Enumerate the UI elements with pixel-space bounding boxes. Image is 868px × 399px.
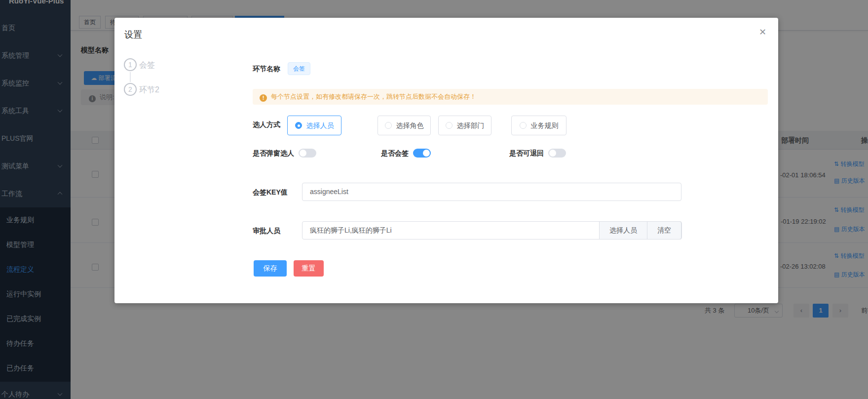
returnable-label: 是否可退回 [509, 149, 544, 158]
step-1-circle[interactable]: 1 [124, 58, 137, 71]
countersign-key-input[interactable]: assigneeList [302, 183, 681, 201]
warning-icon: ! [260, 94, 267, 102]
countersign-switch[interactable] [413, 149, 431, 158]
radio-icon [385, 122, 392, 129]
step-connector [130, 72, 131, 82]
reset-button[interactable]: 重置 [294, 260, 324, 277]
approver-label: 审批人员 [253, 227, 280, 236]
radio-business-rule[interactable]: 业务规则 [511, 116, 566, 135]
step-2-circle[interactable]: 2 [124, 83, 137, 96]
dialog-title: 设置 [124, 29, 142, 40]
popup-select-switch[interactable] [299, 149, 316, 158]
node-name-label: 环节名称 [253, 65, 280, 74]
radio-icon [520, 122, 527, 129]
clear-button[interactable]: 清空 [647, 222, 681, 239]
countersign-key-label: 会签KEY值 [253, 188, 288, 197]
select-person-button[interactable]: 选择人员 [600, 222, 647, 239]
returnable-switch[interactable] [548, 149, 566, 158]
approver-input-append: 选择人员 清空 [599, 221, 681, 239]
step-2-label[interactable]: 环节2 [139, 85, 159, 95]
warning-alert: !每个节点设置，如有修改都请保存一次，跳转节点后数据不会自动保存！ [253, 89, 768, 105]
radio-icon [295, 122, 302, 129]
select-mode-label: 选人方式 [253, 120, 280, 129]
radio-select-person[interactable]: 选择人员 [287, 116, 341, 135]
save-button[interactable]: 保存 [254, 260, 287, 277]
radio-select-dept[interactable]: 选择部门 [438, 116, 491, 135]
close-icon[interactable]: ✕ [759, 27, 766, 38]
radio-icon [446, 122, 453, 129]
settings-dialog: 设置 ✕ 1 会签 2 环节2 环节名称 会签 !每个节点设置，如有修改都请保存… [114, 18, 778, 303]
radio-select-role[interactable]: 选择角色 [377, 116, 431, 135]
node-name-tag: 会签 [288, 62, 310, 75]
countersign-label: 是否会签 [381, 149, 409, 158]
popup-select-label: 是否弹窗选人 [253, 149, 294, 158]
step-1-label[interactable]: 会签 [139, 60, 155, 71]
approver-input[interactable]: 疯狂的狮子Li,疯狂的狮子Li 选择人员 清空 [302, 221, 682, 239]
